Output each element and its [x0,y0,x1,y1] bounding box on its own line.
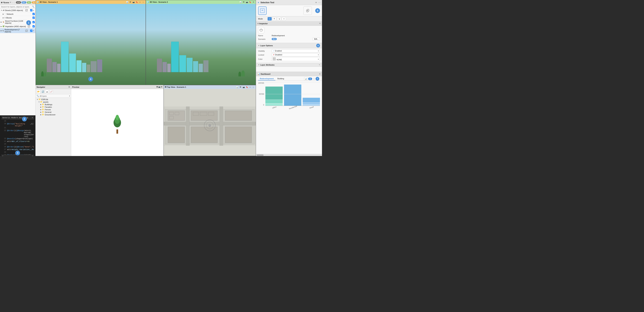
layer-options-header[interactable]: ▼ Layer Options 6 [256,43,322,48]
expand-icon: ▶ [40,114,42,115]
chart-btn[interactable]: 📈 [49,90,53,93]
maximize-icon-top[interactable]: □ [252,86,255,88]
layer-lock-cb[interactable] [30,9,32,11]
stats-icon-top[interactable]: 📊 [236,86,238,88]
edit-button[interactable]: Edit... [312,38,320,40]
inspector-content: Name Redevelopment Scenario Sc1 Edit... [256,26,322,43]
badge-sc1[interactable]: Sc1 [22,1,26,3]
dashboard-tab-building[interactable]: Building [276,77,286,80]
mode-buttons: ▷ ⇱ ⇲ ⇳ [268,17,286,20]
bookmark-icon2[interactable]: 🔖 [249,1,252,3]
expand-icon: ▶ [40,104,42,105]
color-row: Color NONE ▾ [258,57,320,61]
mode-btn-remove[interactable]: ⇲ [277,17,281,20]
minimize-icon[interactable]: — [139,1,141,3]
code-editor-close[interactable]: ✕ [32,116,33,119]
chart-wrapper: 100'000 50'000 0 [258,82,320,108]
eye-icon-top[interactable]: 👁 [239,86,242,88]
layer-veg-cb[interactable] [32,25,35,27]
mode-btn-toggle[interactable]: ⇳ [282,17,286,20]
folder-icon: 📁 [42,106,44,108]
selection-tools-area: 5 [256,5,322,16]
preview-camera-icon[interactable]: 📷 [158,86,160,88]
code-line: 22@Order(1) @Range(min=2, max=80, stepsi… [2,130,34,138]
badge-sc2[interactable]: Sc2 [27,1,32,3]
dashboard-more-btn[interactable]: ⋮ [313,77,315,80]
expand-icon-right: ▾ [319,64,320,66]
layer-blocks-cb[interactable] [32,16,35,19]
code-next[interactable]: ▶ [32,155,34,156]
tree-item-general[interactable]: ▶ 📁 General [36,111,70,113]
locked-select[interactable]: ✗Disabled ▾ [272,53,320,56]
bookmark-icon-top[interactable]: 🔖 [246,86,248,88]
layer-redevelopment[interactable]: ▶ 🏗 Redevelopment [7 objects] ▼ [0,28,36,33]
close-vp2[interactable]: ✕ [252,1,255,3]
dashboard-chart-btn[interactable]: 📊 [304,77,308,80]
selection-lasso-tool[interactable] [303,6,312,15]
stats-icon[interactable]: 📊 [126,1,128,3]
mode-btn-add[interactable]: ⇱ [272,17,276,20]
color-select[interactable]: NONE ▾ [272,57,320,61]
camera-icon2[interactable]: 📷 [246,1,248,3]
bar-office-seg1 [266,86,283,100]
visibility-select[interactable]: ✓Enabled ▾ [272,49,320,52]
stats-icon2[interactable]: 📊 [239,1,242,3]
layer-network[interactable]: ▶ 〰 Network [0,12,36,16]
inspector-close[interactable]: ✕ [319,22,321,24]
dashboard-close[interactable]: ✕ [319,73,321,75]
folder-open-btn[interactable]: 📂 [36,90,40,93]
preview-content [71,89,163,156]
upload-btn[interactable]: ☁ [45,90,49,93]
selection-tool-close[interactable]: ✕ [315,1,317,4]
camera-icon-top[interactable]: 📷 [242,86,245,88]
layer-attributes-title: Layer Attributes [260,64,318,66]
expand-icon: ▶ [40,109,42,110]
layer-attributes-header[interactable]: ▼ Layer Attributes ▾ [256,63,322,67]
tree-item-facades[interactable]: ▶ 📁 Facades [36,106,70,108]
tree-item-fences[interactable]: ▶ 📁 Fences [36,108,70,111]
navigator-close[interactable]: ✕ [68,86,70,88]
layer-streets[interactable]: ▼ 🏙 Streets [2369 objects] ▲ [0,8,36,12]
badge-now[interactable]: now [16,1,21,3]
layer-network-name: Network [6,13,32,15]
eye-icon2[interactable]: 👁 [242,1,245,3]
tree-item-assets[interactable]: ▼ 📁 assets [36,101,70,103]
tree-item-groundcover[interactable]: ▶ 📁 Groundcover [36,113,70,116]
layer-network-cb[interactable] [32,13,35,15]
filter-search-icon: 🔍 [36,95,39,97]
dashboard-scrollbar[interactable] [256,154,322,156]
layer-blocks-name: Blocks [6,17,32,19]
search-input[interactable] [1,6,32,8]
viewport-title-3d2: 🧊 3D View - Scenario 2 📊 👁 📷 🔖 ✕ [146,0,256,4]
expand-icon: ▼ [1,9,2,11]
dashboard-toggle[interactable]: ⊕ [308,78,312,80]
code-prev[interactable]: ◀ [2,155,3,156]
tree-preview-svg [110,111,125,134]
preview-close[interactable]: ✕ [161,86,162,88]
layer-redev-cb[interactable] [30,30,32,32]
svg-rect-13 [191,127,217,143]
preview-expand-icon[interactable]: ⊞ [156,86,158,88]
section-collapse-icon: ▼ [258,45,260,46]
scene-close[interactable]: ✕ [10,1,11,3]
scene-tab[interactable]: *Scene ✕ [1,1,11,3]
maximize-icon[interactable]: □ [142,1,144,3]
dashboard-tab-redevelopment[interactable]: Redevelopment [258,77,276,80]
selection-marquee-tool[interactable] [258,6,266,15]
layer-search-row: 🔍 [0,5,36,8]
tree-item-esri[interactable]: ▼ 📁 ESRI.lib [36,98,70,101]
layer-blocks[interactable]: ▶ ⊞ Blocks [0,16,36,20]
layer-furniture-cb[interactable] [32,21,35,23]
svg-rect-0 [116,129,118,134]
minimize-icon-top[interactable]: — [249,86,252,88]
code-content[interactable]: 19 20@Group("Building Height",1) 21 22@O… [1,119,34,155]
eye-icon[interactable]: 👁 [129,1,132,3]
inspector-panel-icon: ≡ [258,22,258,25]
bookmark-icon[interactable]: 🔖 [136,1,138,3]
filter-dropdown-icon[interactable]: ▾ [69,95,70,97]
mode-btn-select[interactable]: ▷ [268,17,272,20]
layer-vegetation[interactable]: ▶ 🌿 Vegetation [4092 objects] [0,24,36,28]
tree-item-buildings[interactable]: ▶ 📁 Buildings [36,103,70,106]
camera-icon[interactable]: 📷 [132,1,135,3]
refresh-btn[interactable]: 🔄 [41,90,44,93]
